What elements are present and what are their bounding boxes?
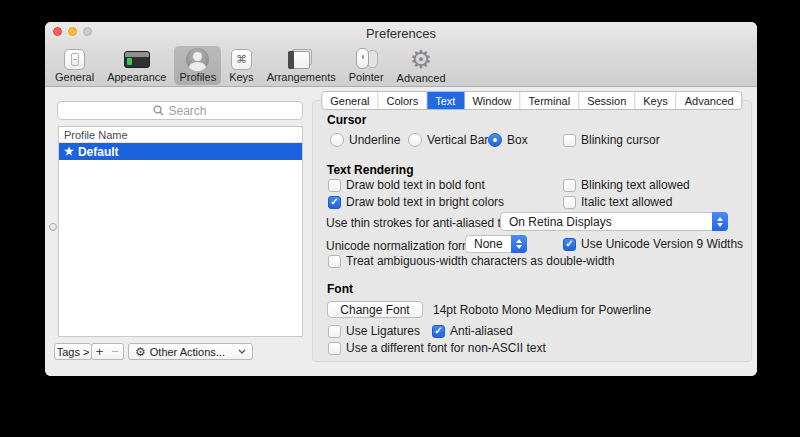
checkbox-use-ligatures[interactable]: Use Ligatures xyxy=(328,324,420,338)
search-placeholder: Search xyxy=(168,104,206,118)
text-rendering-heading: Text Rendering xyxy=(327,163,413,177)
bold-font-checkbox-icon xyxy=(328,179,341,192)
checkbox-blinking-cursor[interactable]: Blinking cursor xyxy=(563,133,660,147)
profiles-icon xyxy=(186,47,209,71)
keys-icon: ⌘ xyxy=(231,47,252,71)
ligatures-checkbox-icon xyxy=(328,325,341,338)
thin-strokes-popup[interactable]: On Retina Displays xyxy=(500,212,728,231)
cursor-heading: Cursor xyxy=(327,113,366,127)
close-button[interactable] xyxy=(53,27,62,36)
radio-vertical-bar[interactable]: Vertical Bar xyxy=(408,133,488,147)
tab-session[interactable]: Session xyxy=(579,92,635,109)
checkbox-non-ascii-font[interactable]: Use a different font for non-ASCII text xyxy=(328,341,546,355)
bright-colors-checkbox-icon: ✓ xyxy=(328,196,341,209)
traffic-lights xyxy=(53,27,92,36)
other-actions-popup[interactable]: ⚙ Other Actions... xyxy=(128,343,253,360)
preferences-window: Preferences General Appearance Profiles … xyxy=(45,22,757,376)
other-actions-label: Other Actions... xyxy=(150,346,225,358)
tab-text[interactable]: Text xyxy=(427,92,464,109)
profile-row-default[interactable]: ★ Default xyxy=(59,143,302,160)
blinking-text-checkbox-icon xyxy=(563,179,576,192)
radio-underline[interactable]: Underline xyxy=(330,133,400,147)
profile-name: Default xyxy=(78,145,119,159)
profile-list: Profile Name ★ Default xyxy=(58,126,303,337)
appearance-icon xyxy=(124,47,150,71)
zoom-button[interactable] xyxy=(83,27,92,36)
unicode-form-label: Unicode normalization form: xyxy=(326,239,475,253)
tab-window[interactable]: Window xyxy=(464,92,520,109)
toolbar-item-keys[interactable]: ⌘ Keys xyxy=(224,46,258,85)
add-profile-button[interactable]: + xyxy=(91,343,108,360)
gear-icon: ⚙ xyxy=(135,346,146,358)
profile-tabs: General Colors Text Window Terminal Sess… xyxy=(321,91,742,110)
chevron-down-icon xyxy=(238,349,246,354)
general-icon xyxy=(64,47,85,71)
minimize-button[interactable] xyxy=(68,27,77,36)
vertical-bar-radio-icon xyxy=(408,133,422,147)
tab-colors[interactable]: Colors xyxy=(378,92,427,109)
window-title: Preferences xyxy=(366,26,436,41)
preferences-toolbar: General Appearance Profiles ⌘ Keys Arran… xyxy=(45,44,757,87)
current-font-description: 14pt Roboto Mono Medium for Powerline xyxy=(433,303,651,317)
tab-general[interactable]: General xyxy=(322,92,378,109)
toolbar-item-advanced[interactable]: ⚙ Advanced xyxy=(392,46,451,85)
change-font-button[interactable]: Change Font xyxy=(327,301,423,318)
toolbar-item-general[interactable]: General xyxy=(50,46,99,85)
advanced-gear-icon: ⚙ xyxy=(410,47,432,72)
tab-advanced[interactable]: Advanced xyxy=(677,92,742,109)
checkbox-antialiased[interactable]: ✓ Anti-aliased xyxy=(432,324,513,338)
toolbar-item-appearance[interactable]: Appearance xyxy=(102,46,171,85)
antialiased-checkbox-icon: ✓ xyxy=(432,325,445,338)
popup-stepper-icon xyxy=(511,235,527,253)
checkbox-unicode9-widths[interactable]: ✓ Use Unicode Version 9 Widths xyxy=(563,237,743,251)
radio-box[interactable]: Box xyxy=(488,133,528,147)
pane-resize-knob[interactable] xyxy=(49,223,57,231)
underline-radio-icon xyxy=(330,133,344,147)
profile-footer-bar: Tags > + − ⚙ Other Actions... xyxy=(45,343,315,360)
checkbox-bright-colors[interactable]: ✓ Draw bold text in bright colors xyxy=(328,195,504,209)
pointer-icon xyxy=(354,47,378,71)
checkbox-bold-font[interactable]: Draw bold text in bold font xyxy=(328,178,485,192)
toolbar-item-pointer[interactable]: Pointer xyxy=(344,46,389,85)
default-star-icon: ★ xyxy=(64,145,74,158)
profile-list-header: Profile Name xyxy=(59,127,302,143)
toolbar-item-arrangements[interactable]: Arrangements xyxy=(262,46,341,85)
content-area: Search Profile Name ★ Default Tags > + −… xyxy=(45,87,757,376)
tab-terminal[interactable]: Terminal xyxy=(521,92,580,109)
box-radio-icon xyxy=(488,133,502,147)
toolbar-item-profiles[interactable]: Profiles xyxy=(174,46,221,85)
search-icon xyxy=(153,105,164,116)
search-input[interactable]: Search xyxy=(57,101,303,120)
checkbox-blinking-text[interactable]: Blinking text allowed xyxy=(563,178,690,192)
unicode9-checkbox-icon: ✓ xyxy=(563,238,576,251)
tab-keys[interactable]: Keys xyxy=(635,92,676,109)
italic-text-checkbox-icon xyxy=(563,196,576,209)
tags-button[interactable]: Tags > xyxy=(54,343,92,360)
thin-strokes-label: Use thin strokes for anti-aliased text xyxy=(326,216,517,230)
ambiguous-width-checkbox-icon xyxy=(328,255,341,268)
font-heading: Font xyxy=(327,282,353,296)
unicode-form-popup[interactable]: None xyxy=(465,235,527,253)
blinking-cursor-checkbox-icon xyxy=(563,134,576,147)
popup-stepper-icon xyxy=(712,212,728,231)
checkbox-italic-text[interactable]: Italic text allowed xyxy=(563,195,672,209)
remove-profile-button[interactable]: − xyxy=(107,343,124,360)
checkbox-ambiguous-width[interactable]: Treat ambiguous-width characters as doub… xyxy=(328,254,614,268)
non-ascii-checkbox-icon xyxy=(328,342,341,355)
desktop-background: Preferences General Appearance Profiles … xyxy=(0,0,800,437)
arrangements-icon xyxy=(288,47,314,71)
titlebar[interactable]: Preferences xyxy=(45,22,757,44)
